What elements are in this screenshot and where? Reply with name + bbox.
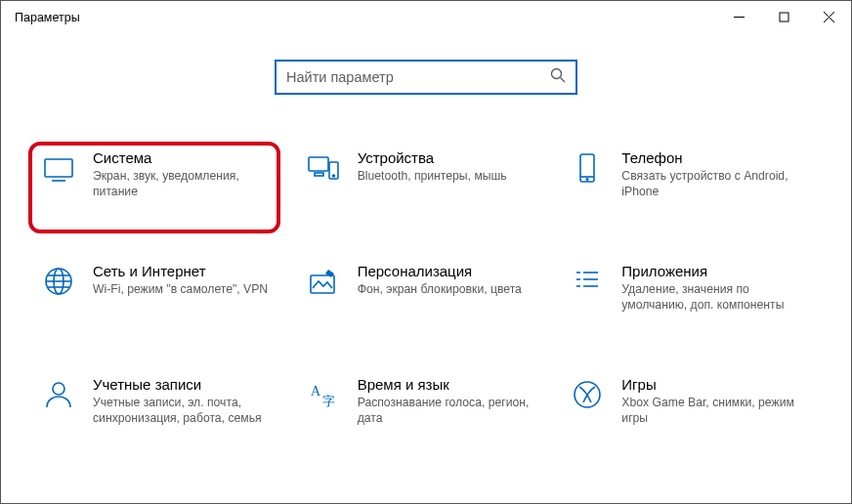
minimize-button[interactable] <box>716 1 761 32</box>
language-icon: A字 <box>307 378 340 411</box>
tile-desc: Распознавание голоса, регион, дата <box>358 395 546 427</box>
globe-icon <box>42 265 75 298</box>
display-icon <box>42 151 75 185</box>
tile-desc: Bluetooth, принтеры, мышь <box>358 168 546 184</box>
svg-rect-6 <box>45 159 72 177</box>
svg-text:字: 字 <box>322 394 335 408</box>
svg-point-11 <box>332 175 334 177</box>
paint-icon <box>307 265 340 298</box>
svg-text:A: A <box>311 384 321 399</box>
person-icon <box>42 378 75 411</box>
tile-accounts[interactable]: Учетные записи Учетные записи, эл. почта… <box>40 372 283 431</box>
tile-desc: Связать устройство с Android, iPhone <box>621 168 810 200</box>
svg-rect-1 <box>780 13 788 21</box>
tile-title: Сеть и Интернет <box>93 263 281 279</box>
close-button[interactable] <box>806 1 851 32</box>
svg-line-5 <box>561 78 566 83</box>
tile-apps[interactable]: Приложения Удаление, значения по умолчан… <box>569 259 812 317</box>
tile-desc: Удаление, значения по умолчанию, доп. ко… <box>621 281 810 314</box>
search-input[interactable] <box>286 69 550 85</box>
svg-rect-8 <box>309 157 328 171</box>
tile-phone[interactable]: Телефон Связать устройство с Android, iP… <box>569 146 812 204</box>
tile-title: Система <box>93 149 281 166</box>
tile-desc: Фон, экран блокировки, цвета <box>358 281 546 297</box>
window-title: Параметры <box>15 11 80 24</box>
search-icon <box>550 67 566 87</box>
tile-title: Персонализация <box>358 263 546 279</box>
svg-point-14 <box>587 179 589 181</box>
tile-title: Телефон <box>621 149 810 166</box>
tile-title: Приложения <box>621 263 810 279</box>
tile-desc: Wi-Fi, режим "в самолете", VPN <box>93 281 281 297</box>
search-box[interactable] <box>275 60 577 95</box>
maximize-button[interactable] <box>761 1 806 32</box>
tile-desc: Учетные записи, эл. почта, синхронизация… <box>93 395 281 427</box>
svg-point-27 <box>53 383 64 395</box>
tile-desc: Xbox Game Bar, снимки, режим игры <box>621 395 810 427</box>
svg-rect-9 <box>315 173 323 176</box>
tile-devices[interactable]: Устройства Bluetooth, принтеры, мышь <box>305 146 548 204</box>
svg-point-4 <box>552 69 562 79</box>
tile-time-language[interactable]: A字 Время и язык Распознавание голоса, ре… <box>305 372 548 431</box>
tile-title: Время и язык <box>358 376 546 393</box>
tile-system[interactable]: Система Экран, звук, уведомления, питани… <box>40 146 283 204</box>
tile-title: Игры <box>621 376 810 393</box>
tile-network[interactable]: Сеть и Интернет Wi-Fi, режим "в самолете… <box>40 259 283 317</box>
tile-personalization[interactable]: Персонализация Фон, экран блокировки, цв… <box>305 259 548 317</box>
apps-icon <box>571 265 604 298</box>
tile-desc: Экран, звук, уведомления, питание <box>93 168 281 200</box>
window-controls <box>716 1 851 32</box>
settings-grid: Система Экран, звук, уведомления, питани… <box>40 146 812 431</box>
xbox-icon <box>571 378 604 411</box>
phone-icon <box>571 151 604 185</box>
devices-icon <box>307 151 340 185</box>
tile-title: Устройства <box>358 149 546 166</box>
tile-title: Учетные записи <box>93 376 281 393</box>
svg-rect-12 <box>580 154 594 182</box>
tile-gaming[interactable]: Игры Xbox Game Bar, снимки, режим игры <box>569 372 812 431</box>
